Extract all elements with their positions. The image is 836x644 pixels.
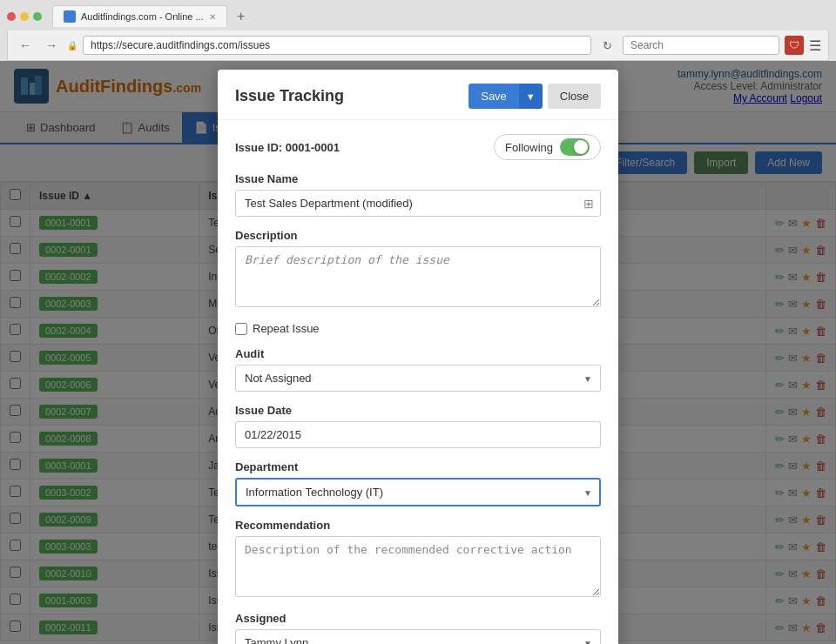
minimize-dot[interactable]	[20, 12, 29, 21]
issue-name-input[interactable]	[235, 190, 601, 217]
url-bar[interactable]	[83, 36, 591, 55]
close-dot[interactable]	[7, 12, 16, 21]
modal-title: Issue Tracking	[235, 87, 344, 105]
audit-label: Audit	[235, 347, 601, 360]
following-label: Following	[505, 141, 553, 154]
issue-name-input-wrapper: ⊞	[235, 190, 601, 217]
close-button[interactable]: Close	[548, 84, 601, 109]
save-button-group: Save ▼	[469, 84, 543, 109]
modal-header: Issue Tracking Save ▼ Close	[218, 70, 618, 120]
modal-body: Issue ID: 0001-0001 Following Issue Name…	[218, 120, 618, 644]
department-group: Department Information Technology (IT)	[235, 460, 601, 506]
forward-button[interactable]: →	[41, 35, 62, 56]
audit-select-wrapper: Not Assigned	[235, 365, 601, 392]
tab-favicon	[64, 10, 76, 23]
following-toggle-switch[interactable]	[560, 138, 590, 156]
issue-id-row: Issue ID: 0001-0001 Following	[235, 134, 601, 160]
modal-overlay: Issue Tracking Save ▼ Close Issue ID: 00…	[0, 61, 836, 644]
browser-menu-button[interactable]: ☰	[809, 37, 821, 54]
audit-select[interactable]: Not Assigned	[235, 365, 601, 392]
toggle-knob	[574, 140, 588, 154]
refresh-button[interactable]: ↻	[597, 35, 617, 56]
description-group: Description Brief description of the iss…	[235, 229, 601, 310]
issue-date-group: Issue Date	[235, 404, 601, 448]
issue-date-input[interactable]	[235, 421, 601, 448]
assigned-label: Assigned	[235, 612, 601, 625]
audit-group: Audit Not Assigned	[235, 347, 601, 392]
issue-date-label: Issue Date	[235, 404, 601, 417]
recommendation-label: Recommendation	[235, 519, 601, 532]
department-label: Department	[235, 460, 601, 473]
back-button[interactable]: ←	[15, 35, 36, 56]
input-icon: ⊞	[583, 197, 594, 211]
new-tab-button[interactable]: +	[231, 6, 252, 27]
department-select[interactable]: Information Technology (IT)	[235, 478, 601, 506]
assigned-select-wrapper: Tammy Lynn	[235, 629, 601, 644]
description-label: Description	[235, 229, 601, 242]
tab-close-button[interactable]: ✕	[209, 12, 216, 22]
recommendation-textarea[interactable]: Description of the recommended correctiv…	[235, 536, 601, 597]
modal-action-buttons: Save ▼ Close	[469, 84, 601, 109]
save-button[interactable]: Save	[469, 84, 519, 109]
issue-name-label: Issue Name	[235, 172, 601, 185]
issue-id-label: Issue ID: 0001-0001	[235, 141, 340, 154]
save-dropdown-button[interactable]: ▼	[519, 84, 543, 109]
following-toggle[interactable]: Following	[494, 134, 601, 160]
description-textarea[interactable]: Brief description of the issue	[235, 246, 601, 307]
security-button[interactable]: 🛡	[785, 36, 804, 55]
department-select-wrapper: Information Technology (IT)	[235, 478, 601, 506]
repeat-issue-checkbox-label[interactable]: Repeat Issue	[235, 322, 601, 335]
recommendation-group: Recommendation Description of the recomm…	[235, 519, 601, 600]
repeat-issue-checkbox[interactable]	[235, 323, 247, 335]
assigned-group: Assigned Tammy Lynn	[235, 612, 601, 644]
tab-title: Auditfindings.com - Online ...	[81, 11, 204, 22]
browser-search-input[interactable]	[623, 36, 779, 55]
maximize-dot[interactable]	[33, 12, 42, 21]
secure-icon: 🔒	[67, 41, 78, 50]
assigned-select[interactable]: Tammy Lynn	[235, 629, 601, 644]
issue-tracking-modal: Issue Tracking Save ▼ Close Issue ID: 00…	[218, 70, 618, 644]
issue-name-group: Issue Name ⊞	[235, 172, 601, 217]
